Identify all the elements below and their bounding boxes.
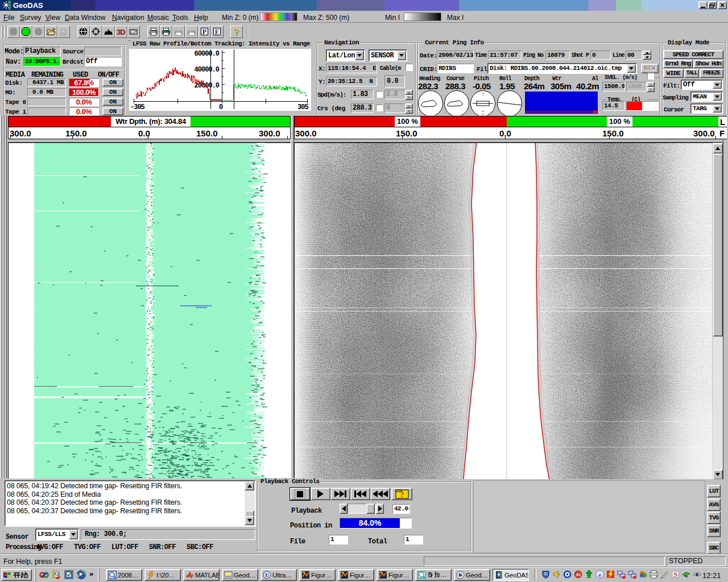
svg-text:Ai: Ai — [576, 572, 581, 577]
svg-text:U: U — [265, 572, 269, 578]
svg-text:e: e — [598, 571, 601, 578]
svg-text:-305: -305 — [130, 103, 145, 111]
svg-text:?: ? — [400, 490, 404, 499]
svg-text:0: 0 — [219, 103, 223, 111]
svg-text:305: 305 — [297, 103, 308, 111]
svg-text:40000.0: 40000.0 — [195, 66, 220, 74]
svg-text:F: F — [215, 28, 219, 36]
svg-text:P: P — [202, 28, 206, 36]
svg-text:60000.0: 60000.0 — [195, 50, 220, 58]
svg-text:S: S — [673, 571, 677, 579]
